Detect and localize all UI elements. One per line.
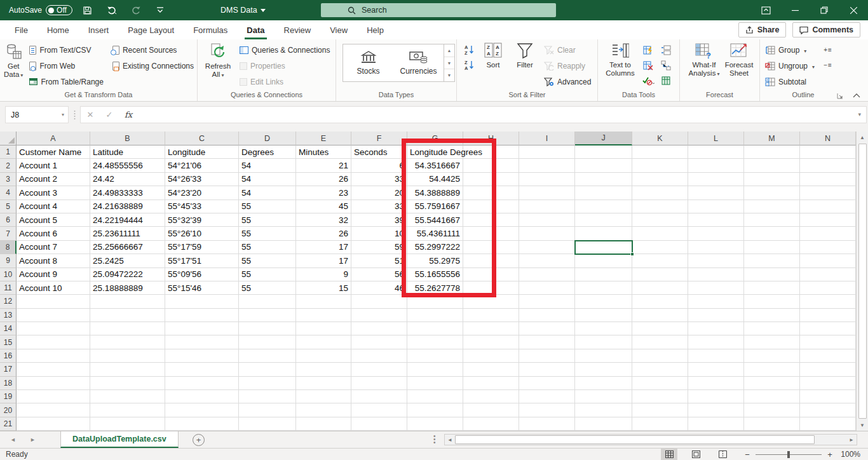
- tab-insert[interactable]: Insert: [79, 20, 119, 39]
- row-header-18[interactable]: 18: [0, 377, 17, 390]
- zoom-slider-thumb[interactable]: [787, 451, 790, 458]
- cell-K8[interactable]: [632, 241, 688, 254]
- cell-D14[interactable]: [239, 322, 296, 335]
- data-validation-button[interactable]: [641, 74, 655, 87]
- scroll-right-icon[interactable]: ►: [846, 435, 857, 445]
- cell-H13[interactable]: [463, 309, 519, 322]
- cell-K21[interactable]: [632, 417, 688, 431]
- cell-I14[interactable]: [519, 322, 575, 335]
- ungroup-button[interactable]: Ungroup: [765, 58, 815, 74]
- cell-E6[interactable]: 32: [296, 213, 351, 227]
- row-header-21[interactable]: 21: [0, 417, 17, 431]
- sort-ascending-button[interactable]: AZ: [463, 43, 477, 57]
- cell-J6[interactable]: [575, 213, 632, 227]
- cell-K16[interactable]: [632, 349, 688, 363]
- cell-G8[interactable]: 55.2997222: [407, 241, 463, 254]
- filter-button[interactable]: Filter: [511, 42, 539, 69]
- cell-A11[interactable]: Account 10: [17, 281, 90, 295]
- cell-N3[interactable]: [800, 173, 856, 186]
- cell-E13[interactable]: [296, 309, 351, 322]
- cell-A9[interactable]: Account 8: [17, 254, 90, 267]
- cell-F7[interactable]: 10: [351, 227, 407, 240]
- cell-N5[interactable]: [800, 200, 856, 213]
- page-layout-view-button[interactable]: [688, 449, 704, 460]
- cell-G14[interactable]: [407, 322, 463, 335]
- cell-E9[interactable]: 17: [296, 254, 351, 267]
- cell-A19[interactable]: [17, 390, 90, 403]
- column-header-D[interactable]: D: [239, 132, 296, 145]
- cell-D17[interactable]: [239, 363, 296, 376]
- cell-L7[interactable]: [688, 227, 744, 240]
- cell-H14[interactable]: [463, 322, 519, 335]
- cell-E15[interactable]: [296, 335, 351, 349]
- cell-L12[interactable]: [688, 295, 744, 308]
- row-header-12[interactable]: 12: [0, 295, 17, 308]
- cell-L4[interactable]: [688, 186, 744, 200]
- cell-N6[interactable]: [800, 213, 856, 227]
- cell-G12[interactable]: [407, 295, 463, 308]
- cell-J19[interactable]: [575, 390, 632, 403]
- cell-G6[interactable]: 55.5441667: [407, 213, 463, 227]
- cell-K12[interactable]: [632, 295, 688, 308]
- relationships-button[interactable]: [659, 58, 673, 72]
- cell-M13[interactable]: [744, 309, 800, 322]
- cell-B20[interactable]: [90, 403, 165, 417]
- cell-I19[interactable]: [519, 390, 575, 403]
- cell-M16[interactable]: [744, 349, 800, 363]
- cell-J21[interactable]: [575, 417, 632, 431]
- cell-C18[interactable]: [165, 377, 239, 390]
- stocks-data-type[interactable]: Stocks: [343, 44, 393, 81]
- cell-H21[interactable]: [463, 417, 519, 431]
- cell-L5[interactable]: [688, 200, 744, 213]
- cell-I7[interactable]: [519, 227, 575, 240]
- cell-A16[interactable]: [17, 349, 90, 363]
- close-button[interactable]: [839, 0, 868, 20]
- cell-H17[interactable]: [463, 363, 519, 376]
- cell-L8[interactable]: [688, 241, 744, 254]
- cell-I9[interactable]: [519, 254, 575, 267]
- cell-C14[interactable]: [165, 322, 239, 335]
- cell-G17[interactable]: [407, 363, 463, 376]
- insert-function-icon[interactable]: fx: [119, 110, 138, 119]
- cell-L21[interactable]: [688, 417, 744, 431]
- cell-N15[interactable]: [800, 335, 856, 349]
- forecast-sheet-button[interactable]: Forecast Sheet: [723, 42, 755, 78]
- cell-C1[interactable]: Longitude: [165, 145, 239, 159]
- cell-D10[interactable]: 55: [239, 268, 296, 281]
- cell-J9[interactable]: [575, 254, 632, 267]
- cell-E11[interactable]: 15: [296, 281, 351, 295]
- cell-J17[interactable]: [575, 363, 632, 376]
- cell-G16[interactable]: [407, 349, 463, 363]
- tab-home[interactable]: Home: [37, 20, 79, 39]
- cell-D16[interactable]: [239, 349, 296, 363]
- cell-I1[interactable]: [519, 145, 575, 159]
- cell-I10[interactable]: [519, 268, 575, 281]
- cell-J5[interactable]: [575, 200, 632, 213]
- horizontal-scrollbar[interactable]: ◄ ►: [444, 434, 857, 445]
- cell-B8[interactable]: 25.25666667: [90, 241, 165, 254]
- save-icon[interactable]: [79, 3, 97, 18]
- cell-B21[interactable]: [90, 417, 165, 431]
- cell-A10[interactable]: Account 9: [17, 268, 90, 281]
- cell-C17[interactable]: [165, 363, 239, 376]
- cell-B4[interactable]: 24.49833333: [90, 186, 165, 200]
- queries-connections-button[interactable]: Queries & Connections: [240, 42, 330, 58]
- cell-I13[interactable]: [519, 309, 575, 322]
- vertical-scrollbar[interactable]: ▲ ▼: [856, 132, 868, 431]
- cell-F14[interactable]: [351, 322, 407, 335]
- cell-C20[interactable]: [165, 403, 239, 417]
- comments-button[interactable]: Comments: [792, 22, 860, 37]
- cell-J12[interactable]: [575, 295, 632, 308]
- cell-J3[interactable]: [575, 173, 632, 186]
- cell-A20[interactable]: [17, 403, 90, 417]
- cell-L2[interactable]: [688, 159, 744, 172]
- cell-J11[interactable]: [575, 281, 632, 295]
- column-header-M[interactable]: M: [744, 132, 800, 145]
- cell-H16[interactable]: [463, 349, 519, 363]
- cell-H8[interactable]: [463, 241, 519, 254]
- cell-G3[interactable]: 54.4425: [407, 173, 463, 186]
- document-title[interactable]: DMS Data: [220, 0, 266, 20]
- cell-G7[interactable]: 55.4361111: [407, 227, 463, 240]
- remove-duplicates-button[interactable]: [641, 58, 655, 72]
- row-header-11[interactable]: 11: [0, 281, 17, 295]
